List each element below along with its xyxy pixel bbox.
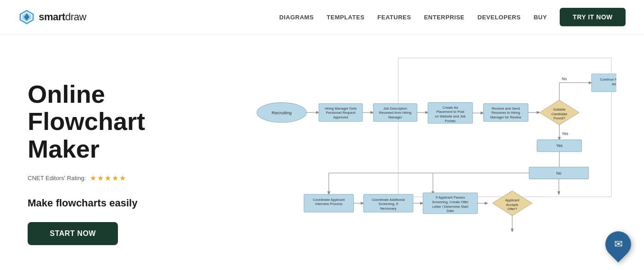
svg-text:Recruiting: Recruiting <box>272 110 292 115</box>
svg-text:Job Description: Job Description <box>383 106 407 111</box>
svg-text:Found?: Found? <box>553 116 565 120</box>
cnet-rating: CNET Editors' Rating: ★ ★ ★ ★ ★ <box>28 174 221 182</box>
svg-text:No: No <box>556 171 562 176</box>
nav-features[interactable]: FEATURES <box>377 14 411 21</box>
hero-title: Online Flowchart Maker <box>28 81 221 163</box>
nav-diagrams[interactable]: DIAGRAMS <box>279 14 314 21</box>
nav-enterprise[interactable]: ENTERPRISE <box>424 14 464 21</box>
svg-text:If Applicant Passes: If Applicant Passes <box>436 195 465 200</box>
smartdraw-logo-icon <box>18 9 35 25</box>
star-3: ★ <box>105 174 111 182</box>
svg-text:Suitable: Suitable <box>553 107 566 112</box>
svg-text:Personnel Request: Personnel Request <box>326 111 356 115</box>
svg-text:Interview Process: Interview Process <box>315 202 343 206</box>
svg-text:Candidate: Candidate <box>551 112 567 116</box>
nav-developers[interactable]: DEVELOPERS <box>478 14 521 21</box>
header: smartdraw DIAGRAMS TEMPLATES FEATURES EN… <box>0 0 644 35</box>
star-5: ★ <box>119 174 126 182</box>
svg-text:Necessary: Necessary <box>380 206 397 211</box>
svg-text:Applicant: Applicant <box>505 198 520 202</box>
svg-text:Hiring Manager Gets: Hiring Manager Gets <box>325 106 357 111</box>
svg-text:Manager: Manager <box>388 115 402 119</box>
svg-text:Approved: Approved <box>333 115 348 119</box>
svg-text:Letter / Determine Start: Letter / Determine Start <box>432 205 468 209</box>
svg-text:Accepts: Accepts <box>506 203 519 207</box>
svg-text:Portals: Portals <box>445 119 456 123</box>
main-nav: DIAGRAMS TEMPLATES FEATURES ENTERPRISE D… <box>279 8 626 26</box>
flowchart-svg: Recruiting Hiring Manager Gets Personnel… <box>240 53 616 266</box>
logo[interactable]: smartdraw <box>18 9 86 25</box>
nav-templates[interactable]: TEMPLATES <box>327 14 364 21</box>
svg-text:Placement to Post: Placement to Post <box>436 110 465 114</box>
svg-text:Resumes to Hiring: Resumes to Hiring <box>492 111 520 115</box>
svg-text:Create Ad: Create Ad <box>443 106 458 110</box>
star-4: ★ <box>112 174 118 182</box>
star-2: ★ <box>97 174 104 182</box>
svg-text:Coordinate Additional: Coordinate Additional <box>372 198 405 202</box>
start-now-button[interactable]: START NOW <box>28 222 118 245</box>
svg-text:Yes: Yes <box>556 143 562 148</box>
svg-text:Manager for Review: Manager for Review <box>490 115 521 119</box>
cnet-label: CNET Editors' Rating: <box>28 175 86 182</box>
svg-text:Yes: Yes <box>562 131 568 136</box>
flowchart-diagram: Recruiting Hiring Manager Gets Personnel… <box>240 53 616 270</box>
hero-tagline: Make flowcharts easily <box>28 197 221 209</box>
svg-text:Continue Running: Continue Running <box>600 77 616 82</box>
try-it-now-button[interactable]: TRY IT NOW <box>560 8 626 26</box>
chat-icon: ✉ <box>614 238 622 250</box>
star-rating: ★ ★ ★ ★ ★ <box>90 174 126 182</box>
hero-content: Online Flowchart Maker CNET Editors' Rat… <box>28 53 221 245</box>
nav-buy[interactable]: BUY <box>533 14 547 21</box>
svg-text:Ad: Ad <box>612 82 616 86</box>
logo-text: smartdraw <box>39 11 86 23</box>
svg-text:Receive and Send: Receive and Send <box>492 106 520 111</box>
svg-text:Screening, If: Screening, If <box>379 202 398 206</box>
svg-text:Offer?: Offer? <box>508 207 517 211</box>
svg-text:Received from Hiring: Received from Hiring <box>379 111 411 115</box>
svg-text:on Website and Job: on Website and Job <box>435 114 465 118</box>
svg-text:Screening, Create Offer: Screening, Create Offer <box>432 200 469 204</box>
svg-text:Date: Date <box>446 209 454 213</box>
svg-text:Coordinate Applicant: Coordinate Applicant <box>313 198 345 202</box>
hero-section: Online Flowchart Maker CNET Editors' Rat… <box>0 35 644 270</box>
star-1: ★ <box>90 174 96 182</box>
svg-text:No: No <box>562 76 567 81</box>
